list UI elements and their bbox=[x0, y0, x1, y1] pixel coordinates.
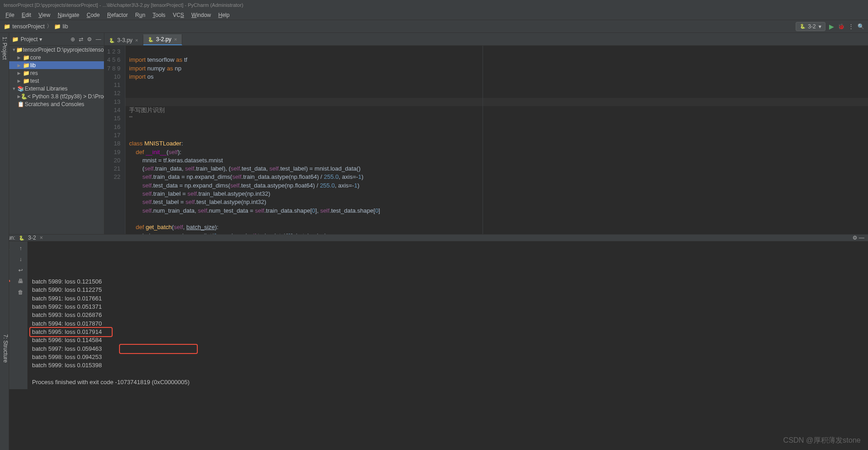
editor-tab[interactable]: 🐍3-3.py× bbox=[104, 35, 143, 45]
run-config-label: 3-2 bbox=[808, 23, 816, 30]
editor-tabs: 🐍3-3.py×🐍3-2.py× bbox=[104, 33, 868, 46]
print-icon[interactable]: 🖶 bbox=[18, 278, 23, 284]
project-sidetab[interactable]: 1: Project bbox=[0, 33, 9, 234]
tree-item[interactable]: 📋Scratches and Consoles bbox=[9, 100, 104, 108]
menu-view[interactable]: View bbox=[35, 11, 54, 19]
project-tool-window: 📁 Project ▾ ⊕ ⇄ ⚙ — ▼📁tensorProject D:\p… bbox=[9, 33, 104, 234]
window-title: tensorProject [D:\pyprojects\tensorProje… bbox=[4, 2, 243, 8]
tree-item[interactable]: ▶📁test bbox=[9, 77, 104, 85]
tree-item[interactable]: ▼📁tensorProject D:\pyprojects\tensor bbox=[9, 46, 104, 54]
breadcrumb-separator: 〉 bbox=[47, 22, 52, 30]
breadcrumb[interactable]: 📁 tensorProject 〉 📁 lib bbox=[4, 22, 68, 30]
menu-help[interactable]: Help bbox=[215, 11, 233, 19]
menu-file[interactable]: File bbox=[2, 11, 18, 19]
project-view-icon: 📁 bbox=[12, 36, 19, 43]
trash-icon[interactable]: 🗑 bbox=[18, 289, 23, 295]
menu-navigate[interactable]: Navigate bbox=[54, 11, 83, 19]
gear-icon[interactable]: ⚙ bbox=[852, 235, 857, 241]
project-title[interactable]: Project bbox=[21, 36, 38, 43]
run-config-name: 3-2 bbox=[28, 235, 36, 241]
hide-icon[interactable]: — bbox=[96, 36, 101, 43]
run-button[interactable]: ▶ bbox=[829, 23, 834, 30]
hide-icon[interactable]: — bbox=[859, 235, 864, 241]
project-header: 📁 Project ▾ ⊕ ⇄ ⚙ — bbox=[9, 33, 104, 46]
run-tool-window: Run: 🐍 3-2 × ⚙ — ▶ ■ ⧉ 📌 ↑ ↓ ↩ 🖶 🗑 batch… bbox=[0, 234, 868, 365]
settings-icon[interactable]: ⚙ bbox=[87, 36, 92, 43]
target-icon[interactable]: ⊕ bbox=[71, 36, 75, 43]
menu-refactor[interactable]: Refactor bbox=[103, 11, 131, 19]
breadcrumb-path[interactable]: lib bbox=[63, 23, 68, 30]
editor-tab[interactable]: 🐍3-2.py× bbox=[143, 34, 182, 45]
show-options-icon[interactable]: ⇄ bbox=[79, 36, 83, 43]
editor-area: 🐍3-3.py×🐍3-2.py× 1 2 3 4 5 6 7 8 9 10 11… bbox=[104, 33, 868, 234]
console-output[interactable]: batch 5989: loss 0.121506 batch 5990: lo… bbox=[27, 241, 868, 389]
tree-item[interactable]: ▶📁lib bbox=[9, 61, 104, 69]
menu-tools[interactable]: Tools bbox=[149, 11, 169, 19]
breadcrumb-root[interactable]: tensorProject bbox=[12, 23, 45, 30]
run-menu-icon[interactable]: ⋮ bbox=[848, 23, 854, 30]
debug-button[interactable]: 🐞 bbox=[838, 23, 845, 30]
wrap-icon[interactable]: ↩ bbox=[18, 267, 23, 273]
tree-item[interactable]: ▶📁core bbox=[9, 54, 104, 61]
code-editor[interactable]: 1 2 3 4 5 6 7 8 9 10 11 12 13 14 15 16 1… bbox=[104, 46, 868, 234]
python-icon: 🐍 bbox=[800, 24, 805, 29]
chevron-down-icon: ▾ bbox=[819, 23, 821, 30]
run-toolbar-left2: ↑ ↓ ↩ 🖶 🗑 bbox=[14, 241, 27, 389]
main-menubar: File Edit View Navigate Code Refactor Ru… bbox=[0, 10, 868, 20]
folder-icon: 📁 bbox=[54, 23, 61, 30]
menu-run[interactable]: Run bbox=[131, 11, 149, 19]
window-titlebar: tensorProject [D:\pyprojects\tensorProje… bbox=[0, 0, 868, 10]
tree-item[interactable]: ▶🐍< Python 3.8 (tf2py38) > D:\Prog bbox=[9, 92, 104, 100]
up-icon[interactable]: ↑ bbox=[19, 245, 22, 252]
current-line-highlight bbox=[125, 98, 868, 106]
python-icon: 🐍 bbox=[19, 236, 24, 241]
project-tree[interactable]: ▼📁tensorProject D:\pyprojects\tensor▶📁co… bbox=[9, 46, 104, 234]
search-icon[interactable]: 🔍 bbox=[857, 23, 864, 30]
menu-vcs[interactable]: VCS bbox=[169, 11, 188, 19]
chevron-down-icon[interactable]: ▾ bbox=[39, 36, 42, 43]
right-margin-ruler bbox=[483, 46, 483, 234]
down-icon[interactable]: ↓ bbox=[19, 256, 22, 262]
watermark: CSDN @厚积薄发stone bbox=[783, 436, 861, 445]
tree-item[interactable]: ▶📁res bbox=[9, 69, 104, 77]
menu-window[interactable]: Window bbox=[188, 11, 215, 19]
menu-code[interactable]: Code bbox=[83, 11, 103, 19]
navigation-bar: 📁 tensorProject 〉 📁 lib 🐍 3-2 ▾ ▶ 🐞 ⋮ 🔍 bbox=[0, 20, 868, 33]
structure-sidetab[interactable]: 7: Structure bbox=[2, 334, 9, 363]
line-gutter: 1 2 3 4 5 6 7 8 9 10 11 12 13 14 15 16 1… bbox=[104, 46, 125, 234]
code-content[interactable]: import tensorflow as tf import numpy as … bbox=[125, 46, 868, 234]
tree-item[interactable]: ▼📚External Libraries bbox=[9, 85, 104, 92]
run-config-selector[interactable]: 🐍 3-2 ▾ bbox=[796, 22, 825, 31]
menu-edit[interactable]: Edit bbox=[18, 11, 35, 19]
close-tab-icon[interactable]: × bbox=[40, 235, 43, 241]
folder-icon: 📁 bbox=[4, 23, 11, 30]
left-sidetabs: 7: Structure 2: Favorites bbox=[0, 233, 9, 450]
